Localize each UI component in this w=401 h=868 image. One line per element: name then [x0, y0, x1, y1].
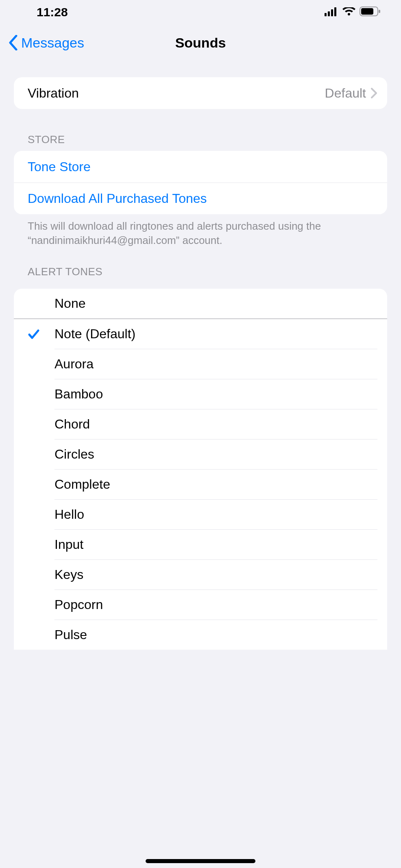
tone-row[interactable]: Popcorn — [14, 590, 387, 620]
tone-row[interactable]: Pulse — [14, 620, 387, 650]
tone-row[interactable]: Chord — [14, 409, 387, 439]
alert-tones-group: Alert Tones — [14, 265, 387, 283]
tone-store-label: Tone Store — [28, 159, 377, 174]
tone-label: Pulse — [54, 620, 377, 650]
tone-row[interactable]: Input — [14, 529, 387, 559]
store-header: Store — [14, 133, 387, 151]
status-bar: 11:28 — [0, 0, 401, 24]
download-all-tones-row[interactable]: Download All Purchased Tones — [14, 183, 387, 214]
svg-rect-1 — [328, 11, 330, 16]
tone-row[interactable]: Keys — [14, 559, 387, 590]
tone-label: Aurora — [54, 349, 377, 379]
checkmark-icon — [28, 328, 54, 340]
status-indicators — [325, 5, 381, 19]
back-button[interactable]: Messages — [8, 35, 84, 51]
store-group: Store Tone Store Download All Purchased … — [14, 133, 387, 248]
tone-label: Input — [54, 529, 377, 559]
home-indicator — [146, 859, 255, 863]
tone-label: Circles — [54, 439, 377, 469]
vibration-group: Vibration Default — [14, 77, 387, 109]
tone-label: Note (Default) — [54, 319, 377, 349]
svg-rect-2 — [331, 9, 333, 16]
tone-row[interactable]: Aurora — [14, 349, 387, 379]
tone-label: Chord — [54, 409, 377, 439]
tone-label: Keys — [54, 559, 377, 590]
status-time: 11:28 — [37, 5, 68, 19]
battery-icon — [360, 5, 381, 19]
tone-label: Complete — [54, 469, 377, 499]
nav-bar: Messages Sounds — [0, 24, 401, 61]
page-title: Sounds — [175, 35, 226, 51]
vibration-label: Vibration — [28, 86, 325, 101]
alert-tones-list: None Note (Default)AuroraBambooChordCirc… — [14, 289, 387, 650]
alert-tones-header: Alert Tones — [14, 265, 387, 283]
vibration-value: Default — [325, 86, 366, 101]
tone-row[interactable]: Circles — [14, 439, 387, 469]
tone-none-label: None — [54, 296, 86, 311]
tone-row[interactable]: Complete — [14, 469, 387, 499]
tone-row[interactable]: Bamboo — [14, 379, 387, 409]
download-all-tones-label: Download All Purchased Tones — [28, 191, 377, 206]
wifi-icon — [342, 5, 355, 19]
tone-none-row[interactable]: None — [14, 289, 387, 319]
tone-label: Popcorn — [54, 590, 377, 620]
cellular-icon — [325, 5, 338, 19]
tone-label: Hello — [54, 499, 377, 529]
store-footer: This will download all ringtones and ale… — [14, 214, 387, 248]
chevron-left-icon — [8, 35, 18, 50]
svg-rect-3 — [334, 7, 336, 16]
tone-row[interactable]: Note (Default) — [14, 319, 387, 349]
chevron-right-icon — [371, 88, 377, 98]
tone-row[interactable]: Hello — [14, 499, 387, 529]
svg-rect-5 — [361, 8, 373, 15]
tone-label: Bamboo — [54, 379, 377, 409]
back-label: Messages — [21, 35, 84, 51]
svg-rect-0 — [325, 13, 327, 16]
tone-store-row[interactable]: Tone Store — [14, 151, 387, 183]
vibration-row[interactable]: Vibration Default — [14, 77, 387, 109]
svg-rect-6 — [379, 10, 380, 13]
